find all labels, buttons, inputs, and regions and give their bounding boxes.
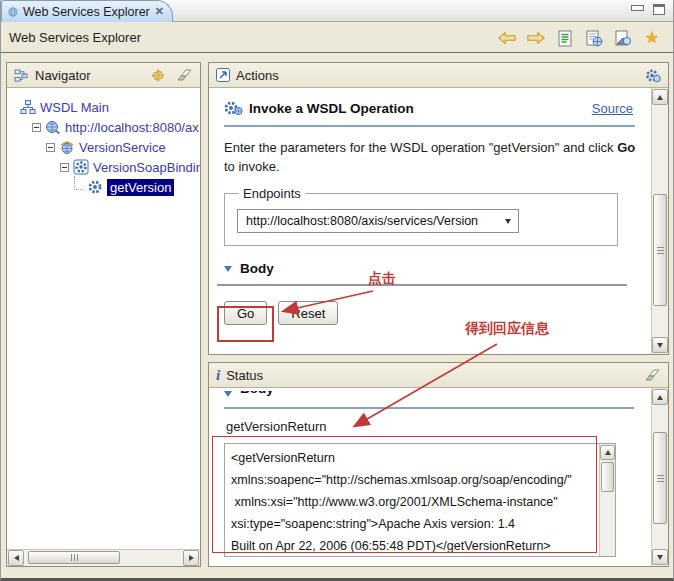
invoke-description: Enter the parameters for the WSDL operat… (224, 138, 642, 176)
response-scrollbar[interactable] (599, 444, 615, 556)
wsdl-main-icon (20, 99, 36, 115)
scroll-up-button[interactable] (652, 89, 668, 105)
status-title: Status (226, 368, 263, 383)
status-body: Body getVersionReturn <getVersionReturn … (209, 388, 668, 566)
maximize-icon[interactable] (653, 4, 665, 15)
go-button[interactable]: Go (224, 301, 267, 325)
window-controls (631, 4, 665, 15)
result-label: getVersionReturn (226, 419, 326, 434)
body-collapse-icon[interactable] (224, 266, 232, 272)
body-collapse-icon[interactable] (224, 391, 232, 397)
scrollbar-thumb[interactable] (28, 551, 120, 564)
status-panel: i Status Body getVersionReturn <getVersi… (208, 362, 669, 567)
scroll-down-button[interactable] (652, 337, 668, 353)
reset-button[interactable]: Reset (278, 301, 338, 325)
tree-item-label: http://localhost:8080/ax (65, 120, 199, 135)
actions-icon (216, 68, 230, 82)
navigator-title: Navigator (35, 68, 91, 83)
forward-icon[interactable] (527, 29, 545, 47)
web-services-explorer-window: Web Services Explorer ✕ Web Services Exp… (0, 0, 674, 581)
page-title: Web Services Explorer (9, 30, 141, 45)
clear-icon[interactable] (176, 68, 193, 82)
scroll-right-button[interactable] (183, 550, 199, 566)
wsdl-tree: WSDL Main http://localhost:8080/ax Versi… (7, 88, 200, 197)
navigator-panel: Navigator WSDL Main http://localhost:808… (6, 62, 201, 567)
tab-close-icon[interactable]: ✕ (155, 5, 164, 18)
scroll-left-button[interactable] (8, 550, 24, 566)
explorer-header: Web Services Explorer ★ (1, 23, 673, 53)
status-vertical-scrollbar[interactable] (651, 388, 668, 566)
explorer-toolbar: ★ (498, 29, 661, 47)
navigator-icon (14, 69, 29, 82)
invoke-heading: Invoke a WSDL Operation (249, 101, 414, 116)
scrollbar-thumb[interactable] (653, 432, 667, 524)
tree-item-version-service[interactable]: VersionService (7, 137, 200, 157)
actions-header: Actions (209, 63, 668, 88)
tree-item-version-soap-binding[interactable]: VersionSoapBindin (7, 157, 200, 177)
tab-title: Web Services Explorer (23, 5, 150, 19)
service-icon (59, 139, 75, 155)
back-icon[interactable] (498, 29, 516, 47)
tree-item-wsdl-main[interactable]: WSDL Main (7, 97, 200, 117)
history-document-icon[interactable] (556, 29, 574, 47)
endpoints-fieldset: Endpoints http://localhost:8080/axis/ser… (224, 186, 618, 246)
collapse-toggle-icon[interactable] (60, 163, 69, 172)
response-xml-text: <getVersionReturn xmlns:soapenc="http://… (231, 447, 597, 556)
tree-item-label-selected: getVersion (107, 179, 174, 196)
scrollbar-thumb[interactable] (653, 194, 667, 306)
collapse-toggle-icon[interactable] (32, 123, 41, 132)
separator (217, 284, 627, 286)
navigator-header: Navigator (7, 63, 200, 88)
tab-bar: Web Services Explorer ✕ (1, 0, 673, 22)
actions-panel: Actions Invoke a WSDL Operation Source E… (208, 62, 669, 355)
body-section-label: Body (240, 261, 274, 276)
description-text-2: to invoke. (224, 159, 280, 174)
source-link[interactable]: Source (592, 101, 633, 116)
collapse-toggle-icon[interactable] (46, 143, 55, 152)
separator (224, 407, 634, 409)
binding-icon (73, 159, 89, 175)
scrollbar-thumb[interactable] (601, 462, 614, 492)
navigator-horizontal-scrollbar[interactable] (7, 549, 200, 566)
favorites-star-icon[interactable]: ★ (643, 29, 661, 47)
scroll-up-button[interactable] (652, 389, 668, 405)
sync-icon[interactable] (150, 68, 166, 83)
clipped-body-heading: Body (240, 391, 274, 398)
tab-web-services-explorer[interactable]: Web Services Explorer ✕ (1, 0, 173, 22)
tree-item-label: VersionSoapBindin (93, 160, 200, 175)
scroll-up-button[interactable] (600, 445, 615, 460)
actions-title: Actions (236, 68, 279, 83)
wsdl-url-icon (45, 119, 61, 135)
navigator-body: WSDL Main http://localhost:8080/ax Versi… (7, 88, 200, 566)
globe-icon (8, 5, 18, 19)
tree-item-label: WSDL Main (40, 100, 109, 115)
tree-item-getversion[interactable]: getVersion (7, 177, 200, 197)
clear-icon[interactable] (644, 368, 661, 382)
tree-item-wsdl-url[interactable]: http://localhost:8080/ax (7, 117, 200, 137)
separator (224, 125, 635, 127)
response-textarea[interactable]: <getVersionReturn xmlns:soapenc="http://… (224, 443, 616, 557)
actions-body: Invoke a WSDL Operation Source Enter the… (209, 88, 668, 354)
operation-icon (87, 179, 103, 195)
endpoints-legend: Endpoints (239, 186, 305, 201)
endpoint-select[interactable]: http://localhost:8080/axis/services/Vers… (237, 209, 519, 233)
gear-globe-icon[interactable] (645, 68, 661, 83)
info-icon: i (216, 368, 220, 382)
scroll-down-button[interactable] (652, 549, 668, 565)
minimize-icon[interactable] (631, 5, 644, 11)
description-go-bold: Go (617, 140, 635, 155)
actions-vertical-scrollbar[interactable] (651, 88, 668, 354)
status-header: i Status (209, 363, 668, 388)
wsdl-page-icon[interactable] (585, 29, 603, 47)
tree-item-label: VersionService (79, 140, 166, 155)
tree-connector (74, 176, 83, 190)
description-text: Enter the parameters for the WSDL operat… (224, 140, 614, 155)
endpoint-value: http://localhost:8080/axis/services/Vers… (246, 214, 478, 228)
invoke-operation-icon (224, 100, 243, 116)
launch-browser-icon[interactable] (614, 29, 632, 47)
chevron-down-icon (505, 219, 511, 224)
